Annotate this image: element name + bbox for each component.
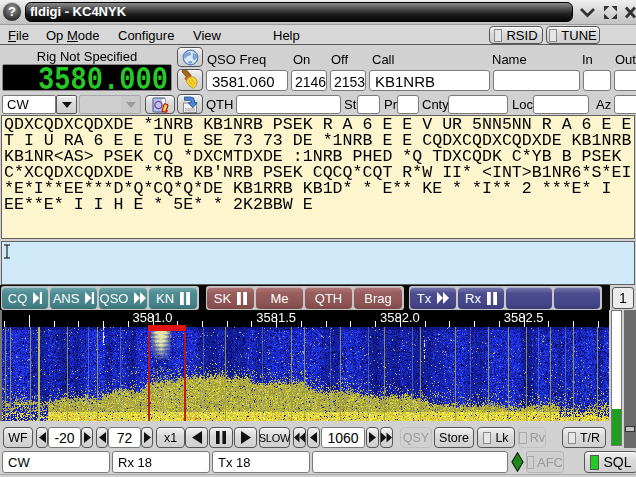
svg-text:3580.000: 3580.000 (38, 64, 168, 91)
